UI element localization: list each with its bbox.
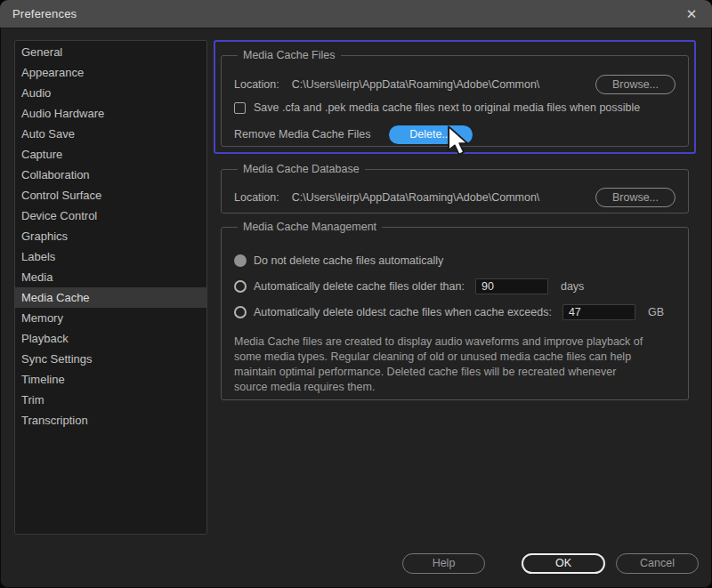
cache-database-location-path: C:\Users\leirp\AppData\Roaming\Adobe\Com…: [292, 191, 540, 204]
days-unit-label: days: [561, 280, 584, 293]
radio-no-auto-delete-icon[interactable]: [234, 254, 247, 267]
sidebar-item-general[interactable]: General: [15, 42, 206, 62]
sidebar-item-timeline[interactable]: Timeline: [15, 369, 206, 390]
radio-delete-older-than-icon[interactable]: [234, 280, 247, 293]
sidebar-item-capture[interactable]: Capture: [15, 144, 206, 165]
sidebar-item-sync-settings[interactable]: Sync Settings: [15, 349, 206, 369]
sidebar-item-labels[interactable]: Labels: [15, 246, 206, 267]
gb-unit-label: GB: [648, 306, 664, 318]
help-button[interactable]: Help: [402, 553, 485, 574]
preferences-dialog: Preferences ✕ General Appearance Audio A…: [0, 0, 712, 588]
close-icon[interactable]: ✕: [680, 4, 703, 25]
section-title-database: Media Cache Database: [238, 163, 365, 175]
browse-cache-database-button[interactable]: Browse...: [595, 188, 676, 207]
sidebar-item-control-surface[interactable]: Control Surface: [15, 185, 206, 205]
delete-when-exceeds-label: Automatically delete oldest cache files …: [254, 306, 552, 318]
radio-delete-when-exceeds-icon[interactable]: [234, 306, 247, 318]
remove-cache-files-label: Remove Media Cache Files: [234, 128, 371, 141]
media-cache-description: Media Cache files are created to display…: [234, 334, 651, 395]
cache-files-location-path: C:\Users\leirp\AppData\Roaming\Adobe\Com…: [292, 78, 540, 91]
save-next-to-media-checkbox[interactable]: [234, 102, 246, 114]
sidebar-item-media[interactable]: Media: [15, 267, 206, 287]
sidebar-item-audio[interactable]: Audio: [15, 83, 206, 103]
mouse-pointer-icon: [446, 125, 471, 156]
titlebar: Preferences ✕: [0, 0, 712, 28]
sidebar-item-collaboration[interactable]: Collaboration: [15, 165, 206, 185]
sidebar-item-appearance[interactable]: Appearance: [15, 62, 206, 83]
sidebar-item-playback[interactable]: Playback: [15, 328, 206, 349]
sidebar-item-transcription[interactable]: Transcription: [15, 410, 206, 431]
section-title-files: Media Cache Files: [238, 49, 341, 61]
sidebar-item-audio-hardware[interactable]: Audio Hardware: [15, 103, 206, 124]
sidebar-item-device-control[interactable]: Device Control: [15, 205, 206, 226]
delete-older-than-label: Automatically delete cache files older t…: [254, 280, 465, 293]
location-label: Location:: [234, 78, 279, 91]
save-next-to-media-label: Save .cfa and .pek media cache files nex…: [254, 101, 640, 114]
sidebar-item-trim[interactable]: Trim: [15, 390, 206, 410]
option-row-delete-when-exceeds: Automatically delete oldest cache files …: [234, 302, 676, 322]
section-title-management: Media Cache Management: [238, 221, 382, 233]
media-cache-database-section: Media Cache Database Location: C:\Users\…: [221, 163, 689, 213]
location-label: Location:: [234, 191, 279, 204]
no-auto-delete-label: Do not delete cache files automatically: [254, 254, 443, 267]
sidebar-item-media-cache[interactable]: Media Cache: [15, 287, 206, 308]
browse-cache-files-button[interactable]: Browse...: [595, 75, 676, 94]
gb-input[interactable]: [562, 304, 635, 320]
cancel-button[interactable]: Cancel: [616, 553, 699, 574]
option-row-no-auto-delete: Do not delete cache files automatically: [234, 251, 676, 270]
sidebar-item-memory[interactable]: Memory: [15, 308, 206, 328]
sidebar-item-graphics[interactable]: Graphics: [15, 226, 206, 246]
sidebar-item-auto-save[interactable]: Auto Save: [15, 124, 206, 144]
window-title: Preferences: [12, 7, 77, 20]
days-input[interactable]: [475, 278, 548, 294]
option-row-delete-older-than: Automatically delete cache files older t…: [234, 277, 676, 296]
preferences-category-list: General Appearance Audio Audio Hardware …: [14, 40, 207, 535]
media-cache-management-section: Media Cache Management Do not delete cac…: [221, 221, 689, 400]
ok-button[interactable]: OK: [522, 553, 605, 574]
